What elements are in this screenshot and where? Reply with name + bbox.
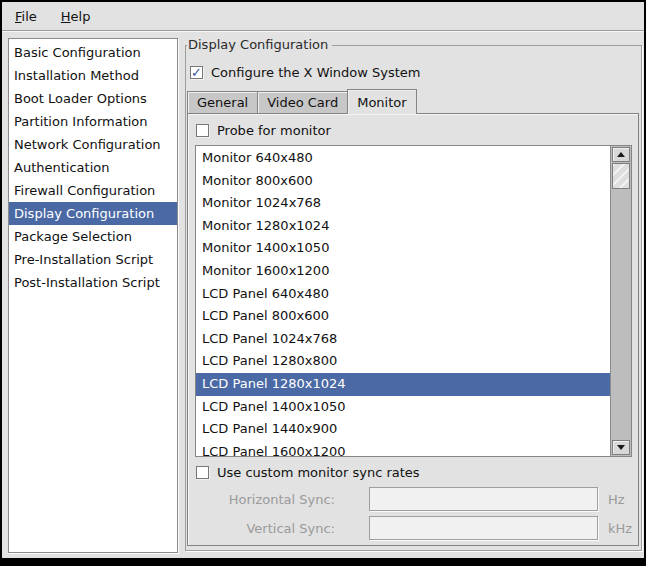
- monitor-list-item[interactable]: LCD Panel 1024x768: [196, 328, 610, 351]
- scroll-up-button[interactable]: [612, 147, 630, 162]
- scrollbar-track[interactable]: [611, 189, 631, 439]
- custom-sync-label: Use custom monitor sync rates: [217, 465, 420, 480]
- sidebar-item[interactable]: Boot Loader Options: [9, 87, 177, 110]
- monitor-listbox: Monitor 640x480Monitor 800x600Monitor 10…: [195, 145, 632, 457]
- arrow-up-icon: [617, 152, 625, 157]
- monitor-list-item[interactable]: LCD Panel 1400x1050: [196, 396, 610, 419]
- group-title: Display Configuration: [187, 37, 332, 52]
- vertical-sync-unit: kHz: [608, 521, 632, 536]
- monitor-list-item[interactable]: Monitor 1400x1050: [196, 237, 610, 260]
- section-list: Basic ConfigurationInstallation MethodBo…: [8, 38, 178, 553]
- display-configuration-group: Display Configuration Configure the X Wi…: [185, 45, 642, 551]
- monitor-list-item[interactable]: Monitor 800x600: [196, 170, 610, 193]
- menu-file[interactable]: File: [10, 7, 42, 26]
- horizontal-sync-unit: Hz: [608, 492, 625, 507]
- display-notebook: General Video Card Monitor Probe for mon…: [187, 88, 639, 546]
- monitor-list-item[interactable]: LCD Panel 640x480: [196, 283, 610, 306]
- sidebar-item[interactable]: Package Selection: [9, 225, 177, 248]
- configure-x-row: Configure the X Window System: [190, 65, 639, 80]
- tab-general[interactable]: General: [187, 91, 258, 113]
- configure-x-checkbox[interactable]: [190, 66, 203, 79]
- sidebar-item[interactable]: Authentication: [9, 156, 177, 179]
- monitor-list-item[interactable]: LCD Panel 1440x900: [196, 418, 610, 441]
- sidebar-item[interactable]: Partition Information: [9, 110, 177, 133]
- menu-bar: File Help: [2, 2, 644, 31]
- monitor-list-item[interactable]: Monitor 1600x1200: [196, 260, 610, 283]
- sidebar-item[interactable]: Post-Installation Script: [9, 271, 177, 294]
- vertical-sync-input[interactable]: [369, 516, 598, 540]
- tab-video-card[interactable]: Video Card: [257, 91, 348, 113]
- tab-bar: General Video Card Monitor: [187, 88, 639, 113]
- monitor-list-item[interactable]: LCD Panel 1280x1024: [196, 373, 610, 396]
- monitor-list-item[interactable]: LCD Panel 1600x1200: [196, 441, 610, 456]
- horizontal-sync-input[interactable]: [369, 487, 598, 511]
- probe-monitor-label: Probe for monitor: [217, 123, 331, 138]
- sidebar-item[interactable]: Pre-Installation Script: [9, 248, 177, 271]
- monitor-list-item[interactable]: Monitor 1280x1024: [196, 215, 610, 238]
- main-area: Basic ConfigurationInstallation MethodBo…: [2, 31, 644, 558]
- monitor-list-item[interactable]: Monitor 1024x768: [196, 192, 610, 215]
- arrow-down-icon: [617, 445, 625, 450]
- vertical-sync-row: Vertical Sync: kHz: [195, 516, 632, 540]
- monitor-list-item[interactable]: LCD Panel 1280x800: [196, 350, 610, 373]
- right-pane: Display Configuration Configure the X Wi…: [185, 38, 640, 553]
- probe-monitor-checkbox[interactable]: [196, 124, 209, 137]
- monitor-list-item[interactable]: LCD Panel 800x600: [196, 305, 610, 328]
- monitor-list: Monitor 640x480Monitor 800x600Monitor 10…: [196, 146, 610, 456]
- sidebar-item[interactable]: Display Configuration: [9, 202, 177, 225]
- tab-monitor[interactable]: Monitor: [347, 89, 416, 114]
- configure-x-label: Configure the X Window System: [211, 65, 421, 80]
- monitor-tab-panel: Probe for monitor Monitor 640x480Monitor…: [187, 113, 639, 546]
- window-content: File Help Basic ConfigurationInstallatio…: [2, 2, 644, 558]
- horizontal-sync-row: Horizontal Sync: Hz: [195, 487, 632, 511]
- app-window: File Help Basic ConfigurationInstallatio…: [0, 0, 646, 566]
- custom-sync-row: Use custom monitor sync rates: [196, 465, 632, 480]
- probe-monitor-row: Probe for monitor: [196, 123, 632, 138]
- scrollbar-thumb[interactable]: [612, 163, 630, 189]
- horizontal-sync-label: Horizontal Sync:: [195, 492, 335, 507]
- sidebar-item[interactable]: Installation Method: [9, 64, 177, 87]
- custom-sync-checkbox[interactable]: [196, 466, 209, 479]
- menu-help[interactable]: Help: [56, 7, 96, 26]
- sidebar-item[interactable]: Basic Configuration: [9, 41, 177, 64]
- sidebar-item[interactable]: Firewall Configuration: [9, 179, 177, 202]
- vertical-sync-label: Vertical Sync:: [195, 521, 335, 536]
- sidebar-item[interactable]: Network Configuration: [9, 133, 177, 156]
- monitor-list-scrollbar: [610, 146, 631, 456]
- monitor-list-item[interactable]: Monitor 640x480: [196, 147, 610, 170]
- scroll-down-button[interactable]: [612, 440, 630, 455]
